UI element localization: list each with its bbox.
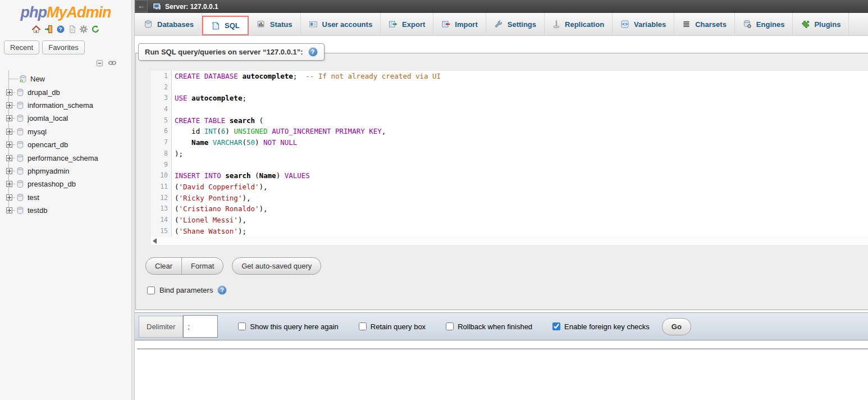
sidebar-item-opencart-db[interactable]: opencart_db <box>0 138 131 151</box>
plugins-icon <box>801 20 810 29</box>
tab-label: Status <box>270 20 293 29</box>
sidebar-item-information-schema[interactable]: information_schema <box>0 99 131 112</box>
tree-item-label: phpmyadmin <box>28 167 69 175</box>
line-number: 7 <box>151 137 168 148</box>
enable-foreign-key-checks-checkbox[interactable] <box>552 322 560 330</box>
code-line: ('David Copperfield'), <box>175 181 868 193</box>
collapse-all-icon[interactable] <box>95 59 104 67</box>
code-token: ( <box>175 194 179 202</box>
code-token: ( <box>175 216 179 224</box>
tab-import[interactable]: Import <box>433 13 486 35</box>
code-token: autocomplete <box>191 94 242 102</box>
recent-button[interactable]: Recent <box>4 40 39 54</box>
tree-connector <box>12 105 15 106</box>
delimiter-input[interactable] <box>183 315 218 338</box>
engines-icon <box>743 20 752 29</box>
line-number: 13 <box>151 203 168 215</box>
settings-icon[interactable] <box>79 25 88 34</box>
expand-icon[interactable] <box>6 194 12 201</box>
code-token: ; <box>242 94 246 102</box>
checkbox-label: Retain query box <box>371 322 426 331</box>
tab-user-accounts[interactable]: User accounts <box>301 13 381 35</box>
expand-icon[interactable] <box>6 115 12 121</box>
code-token <box>188 94 192 102</box>
clear-format-button-group: Clear Format <box>145 257 223 275</box>
checkbox-enable-foreign-key-checks[interactable]: Enable foreign key checks <box>552 322 650 331</box>
sidebar-item-phpmyadmin[interactable]: phpmyadmin <box>0 165 131 178</box>
sidebar-toggle-button[interactable]: ← <box>135 0 148 12</box>
home-icon[interactable] <box>31 25 41 34</box>
expand-icon[interactable] <box>6 168 12 174</box>
tab-export[interactable]: Export <box>381 13 433 35</box>
tab-variables[interactable]: <>Variables <box>613 13 674 35</box>
sidebar-icon-row: ? <box>0 24 131 34</box>
rollback-when-finished-checkbox[interactable] <box>446 322 454 330</box>
expand-icon[interactable] <box>6 207 12 213</box>
sql-code-editor[interactable]: 123456789101112131415 CREATE DATABASE au… <box>151 71 868 237</box>
sidebar-item-joomla-local[interactable]: joomla_local <box>0 112 131 125</box>
code-token: autocomplete <box>242 72 293 80</box>
show-this-query-here-again-checkbox[interactable] <box>238 322 246 330</box>
sidebar-item-mysql[interactable]: mysql <box>0 125 131 138</box>
line-number: 2 <box>151 82 168 93</box>
logo-myadmin-part: MyAdmin <box>47 4 111 21</box>
scroll-left-icon[interactable] <box>153 238 157 244</box>
main-content: ← Server: 127.0.0.1 DatabasesSQLStatusUs… <box>135 0 868 400</box>
tree-item-label: opencart_db <box>28 140 68 149</box>
documentation-icon[interactable] <box>68 25 76 34</box>
expand-icon[interactable] <box>6 181 12 187</box>
checkbox-rollback-when-finished[interactable]: Rollback when finished <box>446 322 532 331</box>
checkbox-label: Rollback when finished <box>458 322 532 331</box>
expand-icon[interactable] <box>6 129 12 135</box>
get-auto-saved-query-button[interactable]: Get auto-saved query <box>232 257 321 275</box>
code-token: INSERT INTO <box>175 171 221 180</box>
code-token: search <box>225 171 250 180</box>
bind-parameters-row[interactable]: Bind parameters ? <box>147 285 868 295</box>
expand-icon[interactable] <box>6 89 12 96</box>
wrench-icon <box>494 20 503 29</box>
tab-charsets[interactable]: Charsets <box>674 13 735 35</box>
go-button[interactable]: Go <box>662 318 691 335</box>
bind-parameters-help-icon[interactable]: ? <box>217 285 227 295</box>
code-token <box>175 138 191 147</box>
bind-parameters-checkbox[interactable] <box>147 287 155 294</box>
tab-databases[interactable]: Databases <box>136 13 202 35</box>
sidebar-item-drupal-db[interactable]: drupal_db <box>0 85 131 98</box>
tab-sql[interactable]: SQL <box>202 16 249 35</box>
code-token: ( <box>175 227 179 235</box>
format-button[interactable]: Format <box>181 258 223 274</box>
refresh-icon[interactable] <box>91 25 100 34</box>
tab-status[interactable]: Status <box>249 13 301 35</box>
tab-plugins[interactable]: Plugins <box>793 13 849 35</box>
tree-connector <box>12 144 15 145</box>
editor-code-area[interactable]: CREATE DATABASE autocomplete; -- If not … <box>172 71 868 237</box>
code-token: 'David Copperfield' <box>179 183 259 191</box>
replication-icon <box>552 20 560 29</box>
code-token <box>225 116 230 125</box>
favorites-button[interactable]: Favorites <box>42 40 84 54</box>
sidebar-item-test[interactable]: test <box>0 191 131 204</box>
expand-icon[interactable] <box>6 142 12 148</box>
exit-icon[interactable] <box>44 25 53 34</box>
tab-engines[interactable]: Engines <box>735 13 793 35</box>
clear-button[interactable]: Clear <box>146 258 181 274</box>
checkbox-show-this-query-here-again[interactable]: Show this query here again <box>238 322 339 331</box>
checkbox-retain-query-box[interactable]: Retain query box <box>359 322 426 331</box>
editor-horizontal-scrollbar[interactable] <box>151 237 868 245</box>
checkbox-label: Show this query here again <box>250 322 339 331</box>
tab-replication[interactable]: Replication <box>545 13 613 35</box>
help-icon[interactable]: ? <box>56 25 65 34</box>
phpmyadmin-logo[interactable]: phpMyAdmin <box>0 0 131 21</box>
link-with-main-panel-icon[interactable] <box>108 60 117 66</box>
expand-icon[interactable] <box>6 155 12 161</box>
code-line: ('Lionel Messi'), <box>175 215 868 226</box>
retain-query-box-checkbox[interactable] <box>359 322 367 330</box>
sidebar-item-testdb[interactable]: testdb <box>0 204 131 217</box>
sidebar-item-new-database[interactable]: New <box>0 72 131 85</box>
help-icon[interactable]: ? <box>308 47 318 57</box>
tab-settings[interactable]: Settings <box>486 13 545 35</box>
sidebar-item-prestashop-db[interactable]: prestashop_db <box>0 178 131 190</box>
expand-icon[interactable] <box>6 102 12 108</box>
sidebar-item-performance-schema[interactable]: performance_schema <box>0 151 131 164</box>
tree-connector <box>12 118 15 119</box>
